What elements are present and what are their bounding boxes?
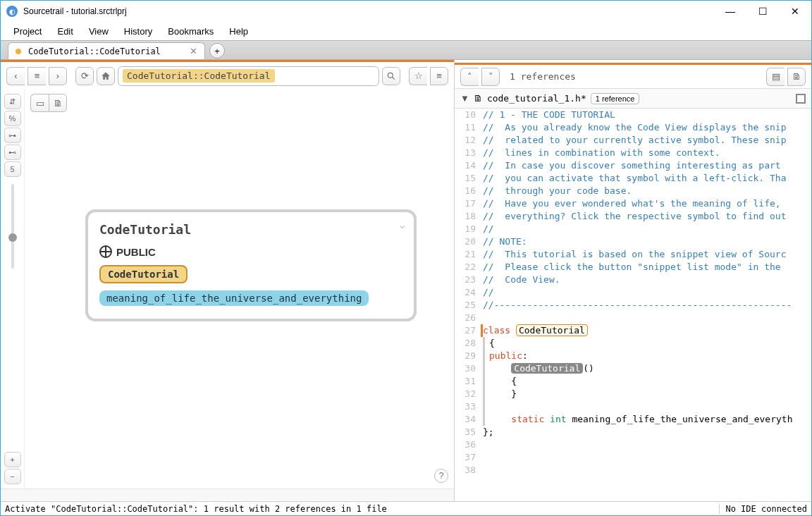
class-node-title[interactable]: CodeTutorial bbox=[99, 222, 402, 237]
search-tag: CodeTutorial::CodeTutorial bbox=[123, 69, 275, 82]
code-line[interactable]: 10// 1 - THE CODE TUTORIAL bbox=[455, 109, 811, 121]
globe-icon bbox=[99, 245, 112, 258]
menu-view[interactable]: View bbox=[82, 24, 116, 39]
code-line[interactable]: 28{ bbox=[455, 337, 811, 350]
code-next-button[interactable]: ˅ bbox=[481, 68, 500, 86]
graph-depth-label: 5 bbox=[4, 161, 21, 177]
code-line[interactable]: 20// NOTE: bbox=[455, 235, 811, 248]
code-line[interactable]: 33 bbox=[455, 400, 811, 413]
code-line[interactable]: 16// through your code base. bbox=[455, 185, 811, 197]
graph-scrollbar[interactable] bbox=[1, 489, 454, 501]
graph-filter-branch-button[interactable]: ⊷ bbox=[4, 145, 21, 160]
code-line[interactable]: 19// bbox=[455, 223, 811, 235]
tab-status-icon bbox=[16, 49, 21, 54]
window-title: Sourcetrail - tutorial.srctrlprj bbox=[23, 6, 714, 16]
class-node-card[interactable]: ⌄ CodeTutorial PUBLIC CodeTutorial meani… bbox=[85, 209, 417, 321]
graph-toggle-button[interactable]: ⇵ bbox=[4, 94, 21, 109]
member-node[interactable]: meaning_of_life_the_universe_and_everyth… bbox=[99, 290, 369, 306]
code-line[interactable]: 30 CodeTutorial() bbox=[455, 362, 811, 375]
code-line[interactable]: 13// lines in combination with some cont… bbox=[455, 147, 811, 159]
code-line[interactable]: 11// As you already know the Code View d… bbox=[455, 121, 811, 134]
code-line[interactable]: 37 bbox=[455, 451, 811, 464]
maximize-button[interactable]: ☐ bbox=[746, 1, 779, 22]
titlebar: ◐ Sourcetrail - tutorial.srctrlprj — ☐ ✕ bbox=[1, 1, 811, 22]
graph-depth-slider[interactable] bbox=[11, 184, 14, 269]
code-line[interactable]: 38 bbox=[455, 464, 811, 477]
file-ref-badge: 1 reference bbox=[591, 93, 640, 104]
graph-sidebar: ⇵ % ⊶ ⊷ 5 + − bbox=[1, 90, 25, 489]
menu-edit[interactable]: Edit bbox=[50, 24, 80, 39]
nav-history-button[interactable]: ≡ bbox=[27, 67, 46, 85]
code-prev-button[interactable]: ˄ bbox=[460, 68, 479, 86]
zoom-in-button[interactable]: + bbox=[4, 452, 21, 467]
code-line[interactable]: 23// Code View. bbox=[455, 274, 811, 286]
code-line[interactable]: 22// Please click the button "snippet li… bbox=[455, 261, 811, 274]
code-toolbar: ˄ ˅ 1 references ▤ 🗎 bbox=[455, 65, 811, 89]
status-right: No IDE connected bbox=[719, 504, 807, 514]
full-file-mode-button[interactable]: 🗎 bbox=[787, 68, 806, 86]
svg-point-0 bbox=[388, 73, 393, 78]
app-logo-icon: ◐ bbox=[6, 6, 18, 17]
file-name[interactable]: code_tutorial_1.h* bbox=[487, 93, 586, 104]
tab-close-icon[interactable]: ✕ bbox=[190, 46, 197, 56]
file-icon: 🗎 bbox=[474, 93, 483, 104]
maximize-snippet-icon[interactable] bbox=[796, 94, 806, 104]
code-line[interactable]: 14// In case you discover something inte… bbox=[455, 159, 811, 172]
status-left: Activate "CodeTutorial::CodeTutorial": 1… bbox=[5, 504, 719, 514]
visibility-label: PUBLIC bbox=[116, 246, 156, 258]
graph-filter-tree-button[interactable]: ⊶ bbox=[4, 128, 21, 143]
references-count: 1 references bbox=[510, 71, 576, 82]
menu-history[interactable]: History bbox=[117, 24, 159, 39]
code-line[interactable]: 15// you can activate that symbol with a… bbox=[455, 172, 811, 185]
code-line[interactable]: 21// This tutorial is based on the snipp… bbox=[455, 248, 811, 261]
code-line[interactable]: 25//------------------------------------… bbox=[455, 299, 811, 312]
code-line[interactable]: 35}; bbox=[455, 426, 811, 438]
file-header: ▼ 🗎 code_tutorial_1.h* 1 reference bbox=[455, 89, 811, 109]
nav-forward-button[interactable]: › bbox=[49, 67, 67, 85]
graph-canvas[interactable]: ▭ 🗎 安下载anxz.com ⌄ CodeTutorial PUBLIC Co… bbox=[25, 90, 454, 489]
search-input[interactable]: CodeTutorial::CodeTutorial bbox=[118, 66, 379, 86]
tab-title: CodeTutorial::CodeTutorial bbox=[28, 47, 190, 56]
code-line[interactable]: 31 { bbox=[455, 375, 811, 388]
code-line[interactable]: 27class CodeTutorial bbox=[455, 324, 811, 337]
refresh-button[interactable]: ⟳ bbox=[75, 67, 94, 85]
graph-toolbar: ‹ ≡ › ⟳ CodeTutorial::CodeTutorial ☆ ≡ bbox=[1, 60, 454, 90]
close-button[interactable]: ✕ bbox=[779, 1, 811, 22]
svg-line-1 bbox=[393, 77, 395, 79]
minimize-button[interactable]: — bbox=[714, 1, 746, 22]
constructor-node[interactable]: CodeTutorial bbox=[99, 265, 187, 283]
code-line[interactable]: 18// everything? Click the respective sy… bbox=[455, 210, 811, 223]
tab-add-button[interactable]: + bbox=[209, 43, 225, 59]
code-line[interactable]: 24// bbox=[455, 286, 811, 299]
menubar: Project Edit View History Bookmarks Help bbox=[1, 22, 811, 40]
chevron-down-icon[interactable]: ⌄ bbox=[398, 218, 407, 231]
code-line[interactable]: 32 } bbox=[455, 388, 811, 400]
code-line[interactable]: 34 static int meaning_of_life_the_univer… bbox=[455, 413, 811, 426]
collapse-icon[interactable]: ▼ bbox=[460, 93, 469, 104]
home-button[interactable] bbox=[97, 67, 115, 85]
search-button[interactable] bbox=[382, 67, 400, 85]
code-line[interactable]: 26 bbox=[455, 312, 811, 324]
menu-help[interactable]: Help bbox=[222, 24, 255, 39]
code-line[interactable]: 12// related to your currently active sy… bbox=[455, 134, 811, 147]
code-line[interactable]: 36 bbox=[455, 438, 811, 451]
nav-back-button[interactable]: ‹ bbox=[6, 67, 25, 85]
code-view[interactable]: 10// 1 - THE CODE TUTORIAL11// As you al… bbox=[455, 109, 811, 501]
graph-view-cards-button[interactable]: ▭ bbox=[30, 94, 49, 112]
statusbar: Activate "CodeTutorial::CodeTutorial": 1… bbox=[1, 501, 811, 515]
graph-view-list-button[interactable]: 🗎 bbox=[49, 94, 67, 112]
menu-project[interactable]: Project bbox=[6, 24, 49, 39]
bookmark-button[interactable]: ☆ bbox=[409, 67, 427, 85]
visibility-row: PUBLIC bbox=[99, 245, 402, 258]
bookmarks-list-button[interactable]: ≡ bbox=[430, 67, 448, 85]
tab-active[interactable]: CodeTutorial::CodeTutorial ✕ bbox=[8, 42, 205, 59]
code-line[interactable]: 29public: bbox=[455, 350, 811, 362]
snippet-mode-button[interactable]: ▤ bbox=[766, 68, 785, 86]
tabbar: CodeTutorial::CodeTutorial ✕ + bbox=[1, 40, 811, 60]
graph-filter-percent-button[interactable]: % bbox=[4, 111, 21, 126]
menu-bookmarks[interactable]: Bookmarks bbox=[161, 24, 221, 39]
help-icon[interactable]: ? bbox=[434, 469, 448, 483]
code-line[interactable]: 17// Have you ever wondered what's the m… bbox=[455, 197, 811, 210]
zoom-out-button[interactable]: − bbox=[4, 469, 21, 484]
